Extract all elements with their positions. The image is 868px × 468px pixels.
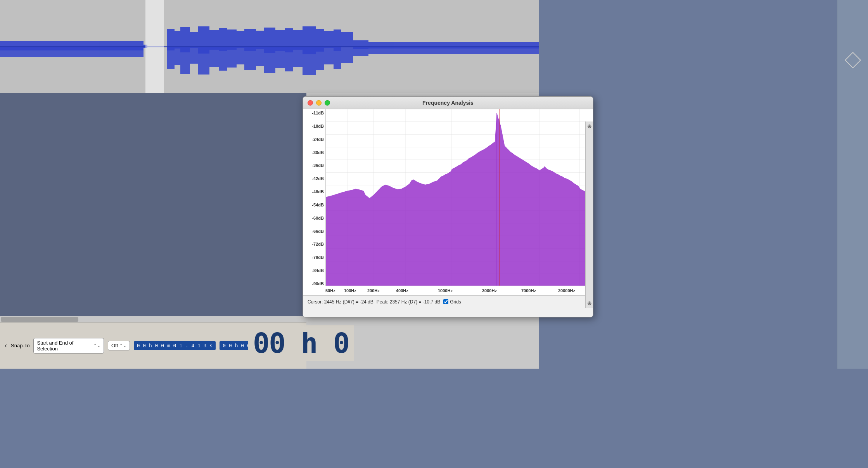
x-label-200hz: 200Hz — [367, 288, 380, 293]
svg-rect-20 — [324, 31, 334, 48]
titlebar-buttons — [308, 100, 330, 106]
svg-rect-45 — [334, 47, 341, 69]
waveform-svg — [0, 0, 539, 93]
y-label-13: -84dB — [304, 268, 324, 273]
svg-rect-35 — [237, 47, 244, 64]
freq-chart[interactable] — [325, 109, 593, 286]
off-label: Off — [111, 343, 118, 348]
scrollbar-thumb[interactable] — [1, 317, 78, 322]
svg-rect-22 — [341, 32, 353, 47]
svg-rect-39 — [275, 47, 285, 68]
off-dropdown[interactable]: Off ⌃⌄ — [108, 341, 130, 350]
freq-chart-area: -11dB -18dB -24dB -30dB -36dB -42dB -48d… — [303, 109, 593, 295]
svg-rect-48 — [368, 47, 539, 54]
y-label-10: -66dB — [304, 229, 324, 234]
magnify-plus-bottom-icon[interactable]: ⊕ — [587, 300, 592, 306]
time-start-value: 0 0 h 0 0 m 0 1 . 4 1 3 s — [137, 343, 213, 348]
close-button[interactable] — [308, 100, 313, 106]
large-time-display: 00 h 0 — [248, 325, 354, 361]
time-field-start[interactable]: 0 0 h 0 0 m 0 1 . 4 1 3 s — [134, 341, 216, 350]
svg-rect-28 — [175, 47, 180, 65]
frequency-analysis-window: Frequency Analysis -11dB -18dB -24dB -30… — [303, 96, 593, 317]
svg-rect-41 — [293, 47, 303, 67]
scrollbar-horizontal[interactable] — [0, 316, 306, 322]
right-panel — [837, 0, 868, 369]
y-label-14: -90dB — [304, 281, 324, 286]
y-label-1: -11dB — [304, 111, 324, 115]
large-time-value: 00 h 0 — [253, 327, 349, 359]
snap-to-dropdown[interactable]: Start and End of Selection ⌃⌄ — [33, 338, 104, 354]
y-label-11: -72dB — [304, 242, 324, 246]
x-label-20000hz: 20000Hz — [558, 288, 575, 293]
svg-rect-26 — [0, 47, 144, 57]
svg-rect-38 — [264, 47, 275, 73]
svg-rect-27 — [167, 47, 175, 69]
chevron-left-icon[interactable]: ‹ — [5, 341, 7, 350]
svg-rect-25 — [0, 46, 539, 47]
svg-rect-31 — [198, 47, 209, 75]
svg-rect-43 — [316, 47, 324, 70]
svg-rect-6 — [190, 32, 198, 48]
y-label-12: -78dB — [304, 255, 324, 260]
magnify-plus-top-icon[interactable]: ⊕ — [587, 123, 592, 129]
snap-to-arrow-icon: ⌃⌄ — [93, 343, 100, 348]
selection-highlight — [145, 0, 164, 93]
freq-window-title: Frequency Analysis — [422, 100, 474, 106]
freq-x-axis: 50Hz 100Hz 200Hz 400Hz 1000Hz 3000Hz 700… — [325, 286, 593, 295]
x-label-1000hz: 1000Hz — [438, 288, 453, 293]
svg-rect-30 — [190, 47, 198, 64]
svg-rect-42 — [303, 47, 316, 75]
minimize-button[interactable] — [316, 100, 322, 106]
diamond-icon[interactable] — [844, 52, 861, 68]
freq-y-axis: -11dB -18dB -24dB -30dB -36dB -42dB -48d… — [303, 109, 325, 295]
y-label-6: -42dB — [304, 176, 324, 181]
x-label-50hz: 50Hz — [325, 288, 335, 293]
y-label-2: -18dB — [304, 124, 324, 128]
snap-to-label: Snap-To — [11, 343, 29, 348]
svg-rect-46 — [341, 47, 353, 63]
x-label-400hz: 400Hz — [396, 288, 408, 293]
x-label-3000hz: 3000Hz — [482, 288, 497, 293]
grids-label: Grids — [450, 299, 461, 305]
svg-rect-40 — [285, 47, 293, 71]
svg-rect-33 — [219, 47, 227, 71]
svg-rect-36 — [244, 47, 256, 70]
y-label-7: -48dB — [304, 189, 324, 194]
svg-rect-11 — [237, 31, 244, 48]
y-label-5: -36dB — [304, 163, 324, 168]
freq-status-bar: Cursor: 2445 Hz (D#7) = -24 dB Peak: 235… — [303, 295, 593, 308]
snap-to-value: Start and End of Selection — [37, 340, 91, 352]
freq-titlebar: Frequency Analysis — [303, 97, 593, 109]
grids-checkbox[interactable] — [443, 299, 448, 304]
peak-info: Peak: 2357 Hz (D7) = -10.7 dB — [377, 299, 440, 305]
maximize-button[interactable] — [325, 100, 330, 106]
off-arrow-icon: ⌃⌄ — [119, 343, 126, 348]
svg-rect-47 — [353, 47, 368, 56]
cursor-info: Cursor: 2445 Hz (D#7) = -24 dB — [308, 299, 373, 305]
grids-checkbox-container[interactable]: Grids — [443, 299, 461, 305]
waveform-container[interactable]: osi_hello_world — [0, 0, 539, 93]
y-label-3: -24dB — [304, 137, 324, 142]
y-label-4: -30dB — [304, 150, 324, 155]
svg-rect-37 — [256, 47, 264, 66]
x-label-100hz: 100Hz — [344, 288, 356, 293]
svg-rect-29 — [180, 47, 190, 74]
y-label-8: -54dB — [304, 203, 324, 207]
y-label-9: -60dB — [304, 216, 324, 220]
svg-rect-44 — [324, 47, 334, 64]
svg-rect-32 — [209, 47, 219, 67]
svg-rect-34 — [227, 47, 237, 68]
freq-right-controls: ⊕ ⊕ — [585, 121, 593, 308]
x-label-7000hz: 7000Hz — [521, 288, 536, 293]
svg-marker-71 — [326, 113, 593, 286]
